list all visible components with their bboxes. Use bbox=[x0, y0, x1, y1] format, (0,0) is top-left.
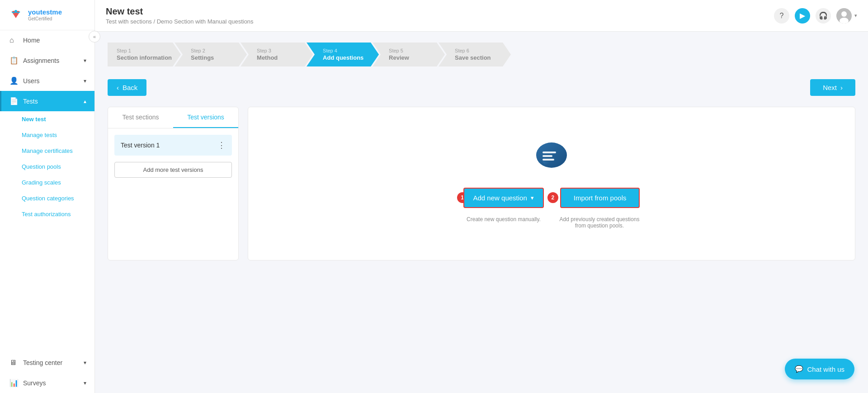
sidebar-subitem-manage-tests[interactable]: Manage tests bbox=[0, 127, 94, 143]
version-item: Test version 1 ⋮ bbox=[114, 135, 232, 156]
version-menu-icon[interactable]: ⋮ bbox=[217, 140, 226, 150]
step-6[interactable]: Step 6 Save section bbox=[439, 43, 511, 66]
logo-icon bbox=[7, 6, 24, 24]
sidebar-subitem-question-categories[interactable]: Question categories bbox=[0, 190, 94, 206]
chat-label: Chat with us bbox=[807, 365, 844, 373]
logo-area: youtestme GetCertified bbox=[0, 0, 94, 30]
version-name: Test version 1 bbox=[121, 142, 160, 149]
steps-bar: Step 1 Section information Step 2 Settin… bbox=[108, 43, 855, 66]
tests-icon bbox=[9, 97, 19, 105]
surveys-arrow-icon: ▾ bbox=[84, 380, 86, 386]
next-button[interactable]: Next › bbox=[810, 79, 855, 96]
step-2-num: Step 2 bbox=[191, 48, 238, 53]
main-content: New test Test with sections / Demo Secti… bbox=[95, 0, 868, 393]
surveys-icon bbox=[9, 379, 19, 387]
svg-rect-7 bbox=[542, 152, 556, 153]
step-2-label: Settings bbox=[191, 54, 238, 61]
step-5-label: Review bbox=[389, 54, 436, 61]
step-5-num: Step 5 bbox=[389, 48, 436, 53]
sidebar-subitem-grading-scales[interactable]: Grading scales bbox=[0, 175, 94, 190]
new-test-label: New test bbox=[22, 116, 46, 123]
testing-center-arrow-icon: ▾ bbox=[84, 360, 86, 366]
back-arrow-icon: ‹ bbox=[117, 84, 119, 91]
tab-test-versions-label: Test versions bbox=[187, 114, 224, 121]
sidebar-item-surveys[interactable]: Surveys ▾ bbox=[0, 373, 94, 393]
import-from-pools-button[interactable]: Import from pools bbox=[560, 188, 640, 208]
breadcrumb: Test with sections / Demo Section with M… bbox=[106, 18, 254, 25]
users-icon bbox=[9, 76, 19, 85]
add-new-question-button[interactable]: Add new question ▾ bbox=[463, 188, 544, 208]
back-button[interactable]: ‹ Back bbox=[108, 79, 146, 96]
action-descriptions: Create new question manually. Add previo… bbox=[458, 216, 645, 229]
logo-tagline: GetCertified bbox=[28, 16, 62, 21]
sidebar-item-tests-label: Tests bbox=[23, 98, 38, 105]
sidebar-item-users[interactable]: Users ▾ bbox=[0, 71, 94, 91]
testing-center-icon bbox=[9, 359, 19, 367]
step-5[interactable]: Step 5 Review bbox=[373, 43, 445, 66]
user-avatar-button[interactable]: ▾ bbox=[836, 8, 857, 24]
sidebar-item-surveys-label: Surveys bbox=[23, 379, 46, 387]
sidebar-item-assignments-label: Assignments bbox=[23, 57, 59, 64]
page-title: New test bbox=[106, 6, 254, 17]
topbar: New test Test with sections / Demo Secti… bbox=[95, 0, 868, 32]
add-version-button[interactable]: Add more test versions bbox=[114, 162, 232, 178]
add-question-label: Add new question bbox=[473, 194, 527, 202]
step-3[interactable]: Step 3 Method bbox=[241, 43, 313, 66]
sidebar-item-tests[interactable]: Tests ▴ bbox=[0, 91, 94, 111]
logo-name: youtestme bbox=[28, 9, 62, 16]
avatar bbox=[836, 8, 852, 24]
sidebar-item-assignments[interactable]: Assignments ▾ bbox=[0, 50, 94, 71]
sidebar-item-home[interactable]: Home bbox=[0, 30, 94, 50]
tests-arrow-icon: ▴ bbox=[84, 98, 86, 104]
topbar-left: New test Test with sections / Demo Secti… bbox=[106, 6, 254, 25]
tab-test-versions[interactable]: Test versions bbox=[173, 107, 238, 128]
import-desc-text: Add previously created questions from qu… bbox=[560, 216, 640, 229]
next-arrow-icon: › bbox=[840, 84, 843, 91]
nav-buttons: ‹ Back Next › bbox=[108, 79, 855, 96]
assignments-arrow-icon: ▾ bbox=[84, 57, 86, 64]
tab-test-sections-label: Test sections bbox=[123, 114, 159, 121]
sidebar-item-users-label: Users bbox=[23, 77, 40, 85]
sidebar-item-testing-center-label: Testing center bbox=[23, 359, 62, 366]
two-column-layout: Test sections Test versions Test version… bbox=[108, 107, 855, 260]
test-authorizations-label: Test authorizations bbox=[22, 211, 71, 218]
play-icon-button[interactable]: ▶ bbox=[795, 8, 810, 24]
step-4-num: Step 4 bbox=[323, 48, 370, 53]
chat-icon: 💬 bbox=[795, 365, 803, 373]
step-4[interactable]: Step 4 Add questions bbox=[307, 43, 379, 66]
import-description: Add previously created questions from qu… bbox=[554, 216, 645, 229]
step-3-num: Step 3 bbox=[257, 48, 304, 53]
sidebar-subitem-test-authorizations[interactable]: Test authorizations bbox=[0, 206, 94, 222]
panel-tabs: Test sections Test versions bbox=[108, 107, 238, 128]
svg-rect-8 bbox=[542, 155, 552, 157]
step-1[interactable]: Step 1 Section information bbox=[108, 43, 181, 66]
sidebar-item-home-label: Home bbox=[23, 37, 40, 44]
back-label: Back bbox=[123, 84, 137, 91]
badge-2: 2 bbox=[547, 192, 558, 203]
sidebar-subitem-new-test[interactable]: New test bbox=[0, 111, 94, 127]
svg-point-3 bbox=[841, 11, 847, 17]
empty-state-icon bbox=[533, 139, 570, 175]
manage-certs-label: Manage certificates bbox=[22, 147, 73, 154]
add-question-description: Create new question manually. bbox=[458, 216, 549, 229]
right-panel: 1 Add new question ▾ 2 Import from pools bbox=[248, 107, 855, 260]
dropdown-arrow-icon: ▾ bbox=[531, 194, 534, 201]
import-label: Import from pools bbox=[574, 194, 627, 202]
assignments-icon bbox=[9, 56, 19, 65]
sidebar-item-testing-center[interactable]: Testing center ▾ bbox=[0, 353, 94, 373]
question-pools-label: Question pools bbox=[22, 163, 61, 170]
collapse-button[interactable]: « bbox=[89, 31, 100, 43]
headset-icon-button[interactable]: 🎧 bbox=[816, 8, 831, 24]
help-icon-button[interactable]: ? bbox=[774, 8, 789, 24]
sidebar-subitem-manage-certs[interactable]: Manage certificates bbox=[0, 143, 94, 159]
step-1-label: Section information bbox=[117, 54, 172, 61]
panel-body: Test version 1 ⋮ Add more test versions bbox=[108, 128, 238, 184]
step-6-num: Step 6 bbox=[455, 48, 502, 53]
step-2[interactable]: Step 2 Settings bbox=[175, 43, 247, 66]
grading-scales-label: Grading scales bbox=[22, 179, 61, 186]
question-categories-label: Question categories bbox=[22, 195, 74, 202]
manage-tests-label: Manage tests bbox=[22, 132, 57, 138]
sidebar-subitem-question-pools[interactable]: Question pools bbox=[0, 159, 94, 175]
tab-test-sections[interactable]: Test sections bbox=[108, 107, 173, 128]
chat-widget[interactable]: 💬 Chat with us bbox=[785, 359, 854, 379]
